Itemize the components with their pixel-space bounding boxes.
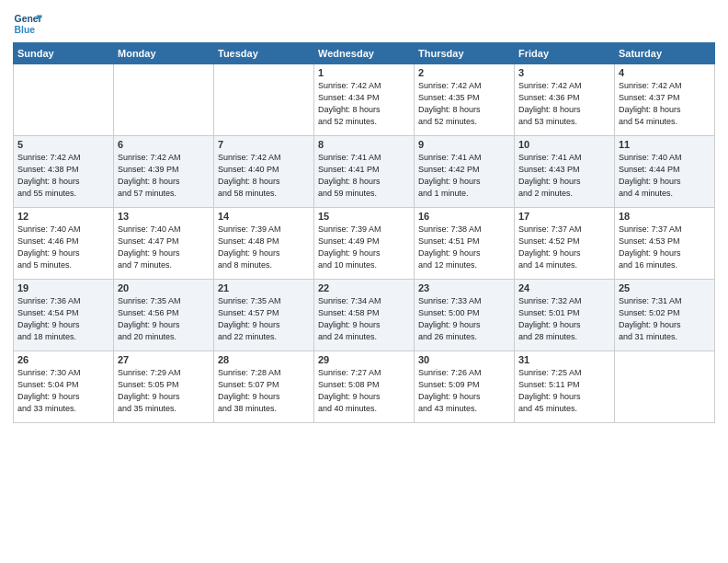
day-number: 9 bbox=[418, 139, 510, 150]
day-info: Sunrise: 7:26 AM Sunset: 5:09 PM Dayligh… bbox=[418, 367, 510, 415]
day-info: Sunrise: 7:42 AM Sunset: 4:38 PM Dayligh… bbox=[17, 152, 109, 200]
day-cell: 17Sunrise: 7:37 AM Sunset: 4:52 PM Dayli… bbox=[515, 208, 615, 280]
day-info: Sunrise: 7:28 AM Sunset: 5:07 PM Dayligh… bbox=[218, 367, 310, 415]
day-number: 29 bbox=[318, 354, 410, 365]
day-number: 14 bbox=[218, 211, 310, 222]
day-number: 6 bbox=[118, 139, 210, 150]
day-cell: 8Sunrise: 7:41 AM Sunset: 4:41 PM Daylig… bbox=[314, 136, 415, 208]
day-number: 27 bbox=[118, 354, 210, 365]
day-info: Sunrise: 7:30 AM Sunset: 5:04 PM Dayligh… bbox=[17, 367, 109, 415]
day-cell: 22Sunrise: 7:34 AM Sunset: 4:58 PM Dayli… bbox=[314, 280, 415, 351]
day-cell: 24Sunrise: 7:32 AM Sunset: 5:01 PM Dayli… bbox=[515, 280, 615, 351]
day-number: 10 bbox=[518, 139, 610, 150]
day-number: 11 bbox=[619, 139, 711, 150]
day-info: Sunrise: 7:41 AM Sunset: 4:42 PM Dayligh… bbox=[418, 152, 510, 200]
day-info: Sunrise: 7:40 AM Sunset: 4:44 PM Dayligh… bbox=[619, 152, 711, 200]
day-info: Sunrise: 7:38 AM Sunset: 4:51 PM Dayligh… bbox=[418, 224, 510, 271]
day-info: Sunrise: 7:27 AM Sunset: 5:08 PM Dayligh… bbox=[318, 367, 410, 415]
day-cell: 29Sunrise: 7:27 AM Sunset: 5:08 PM Dayli… bbox=[314, 351, 415, 423]
header: General Blue bbox=[13, 9, 715, 39]
day-info: Sunrise: 7:33 AM Sunset: 5:00 PM Dayligh… bbox=[418, 295, 510, 343]
day-info: Sunrise: 7:42 AM Sunset: 4:34 PM Dayligh… bbox=[318, 80, 410, 128]
day-number: 17 bbox=[518, 211, 610, 222]
logo-icon: General Blue bbox=[13, 9, 42, 39]
day-number: 1 bbox=[318, 67, 410, 78]
day-info: Sunrise: 7:40 AM Sunset: 4:46 PM Dayligh… bbox=[17, 224, 109, 271]
day-cell: 2Sunrise: 7:42 AM Sunset: 4:35 PM Daylig… bbox=[415, 64, 515, 136]
day-cell: 14Sunrise: 7:39 AM Sunset: 4:48 PM Dayli… bbox=[214, 208, 314, 280]
day-info: Sunrise: 7:42 AM Sunset: 4:40 PM Dayligh… bbox=[218, 152, 310, 200]
day-info: Sunrise: 7:36 AM Sunset: 4:54 PM Dayligh… bbox=[17, 295, 109, 343]
day-number: 26 bbox=[17, 354, 109, 365]
day-info: Sunrise: 7:39 AM Sunset: 4:49 PM Dayligh… bbox=[318, 224, 410, 271]
col-header-tuesday: Tuesday bbox=[214, 43, 314, 64]
day-cell: 11Sunrise: 7:40 AM Sunset: 4:44 PM Dayli… bbox=[615, 136, 715, 208]
day-info: Sunrise: 7:39 AM Sunset: 4:48 PM Dayligh… bbox=[218, 224, 310, 271]
day-info: Sunrise: 7:31 AM Sunset: 5:02 PM Dayligh… bbox=[619, 295, 711, 343]
col-header-thursday: Thursday bbox=[415, 43, 515, 64]
day-info: Sunrise: 7:29 AM Sunset: 5:05 PM Dayligh… bbox=[118, 367, 210, 415]
day-cell: 9Sunrise: 7:41 AM Sunset: 4:42 PM Daylig… bbox=[415, 136, 515, 208]
day-info: Sunrise: 7:42 AM Sunset: 4:39 PM Dayligh… bbox=[118, 152, 210, 200]
day-info: Sunrise: 7:32 AM Sunset: 5:01 PM Dayligh… bbox=[518, 295, 610, 343]
day-info: Sunrise: 7:37 AM Sunset: 4:53 PM Dayligh… bbox=[619, 224, 711, 271]
day-number: 16 bbox=[418, 211, 510, 222]
logo: General Blue bbox=[13, 9, 42, 39]
day-number: 19 bbox=[17, 282, 109, 293]
day-number: 13 bbox=[118, 211, 210, 222]
day-number: 15 bbox=[318, 211, 410, 222]
day-number: 7 bbox=[218, 139, 310, 150]
day-cell: 3Sunrise: 7:42 AM Sunset: 4:36 PM Daylig… bbox=[515, 64, 615, 136]
day-info: Sunrise: 7:42 AM Sunset: 4:35 PM Dayligh… bbox=[418, 80, 510, 128]
col-header-saturday: Saturday bbox=[615, 43, 715, 64]
day-number: 31 bbox=[518, 354, 610, 365]
week-row-5: 26Sunrise: 7:30 AM Sunset: 5:04 PM Dayli… bbox=[14, 351, 715, 423]
day-cell: 5Sunrise: 7:42 AM Sunset: 4:38 PM Daylig… bbox=[14, 136, 114, 208]
day-number: 20 bbox=[118, 282, 210, 293]
day-info: Sunrise: 7:42 AM Sunset: 4:37 PM Dayligh… bbox=[619, 80, 711, 128]
week-row-4: 19Sunrise: 7:36 AM Sunset: 4:54 PM Dayli… bbox=[14, 280, 715, 351]
header-row: SundayMondayTuesdayWednesdayThursdayFrid… bbox=[14, 43, 715, 64]
col-header-monday: Monday bbox=[114, 43, 214, 64]
day-cell bbox=[615, 351, 715, 423]
day-number: 30 bbox=[418, 354, 510, 365]
day-cell: 26Sunrise: 7:30 AM Sunset: 5:04 PM Dayli… bbox=[14, 351, 114, 423]
week-row-1: 1Sunrise: 7:42 AM Sunset: 4:34 PM Daylig… bbox=[14, 64, 715, 136]
day-number: 12 bbox=[17, 211, 109, 222]
day-cell: 15Sunrise: 7:39 AM Sunset: 4:49 PM Dayli… bbox=[314, 208, 415, 280]
day-number: 3 bbox=[518, 67, 610, 78]
day-number: 8 bbox=[318, 139, 410, 150]
day-info: Sunrise: 7:42 AM Sunset: 4:36 PM Dayligh… bbox=[518, 80, 610, 128]
svg-text:Blue: Blue bbox=[15, 25, 36, 35]
day-number: 21 bbox=[218, 282, 310, 293]
day-number: 28 bbox=[218, 354, 310, 365]
day-info: Sunrise: 7:34 AM Sunset: 4:58 PM Dayligh… bbox=[318, 295, 410, 343]
day-info: Sunrise: 7:41 AM Sunset: 4:43 PM Dayligh… bbox=[518, 152, 610, 200]
week-row-2: 5Sunrise: 7:42 AM Sunset: 4:38 PM Daylig… bbox=[14, 136, 715, 208]
day-cell: 10Sunrise: 7:41 AM Sunset: 4:43 PM Dayli… bbox=[515, 136, 615, 208]
day-number: 25 bbox=[619, 282, 711, 293]
day-cell: 13Sunrise: 7:40 AM Sunset: 4:47 PM Dayli… bbox=[114, 208, 214, 280]
day-info: Sunrise: 7:40 AM Sunset: 4:47 PM Dayligh… bbox=[118, 224, 210, 271]
day-cell: 20Sunrise: 7:35 AM Sunset: 4:56 PM Dayli… bbox=[114, 280, 214, 351]
day-number: 18 bbox=[619, 211, 711, 222]
day-cell: 30Sunrise: 7:26 AM Sunset: 5:09 PM Dayli… bbox=[415, 351, 515, 423]
day-cell bbox=[14, 64, 114, 136]
page-container: General Blue SundayMondayTuesdayWednesda… bbox=[0, 0, 728, 429]
day-cell: 25Sunrise: 7:31 AM Sunset: 5:02 PM Dayli… bbox=[615, 280, 715, 351]
day-cell: 12Sunrise: 7:40 AM Sunset: 4:46 PM Dayli… bbox=[14, 208, 114, 280]
day-cell: 19Sunrise: 7:36 AM Sunset: 4:54 PM Dayli… bbox=[14, 280, 114, 351]
day-cell: 31Sunrise: 7:25 AM Sunset: 5:11 PM Dayli… bbox=[515, 351, 615, 423]
day-number: 5 bbox=[17, 139, 109, 150]
day-info: Sunrise: 7:35 AM Sunset: 4:57 PM Dayligh… bbox=[218, 295, 310, 343]
day-info: Sunrise: 7:41 AM Sunset: 4:41 PM Dayligh… bbox=[318, 152, 410, 200]
day-cell bbox=[114, 64, 214, 136]
day-number: 2 bbox=[418, 67, 510, 78]
day-cell: 6Sunrise: 7:42 AM Sunset: 4:39 PM Daylig… bbox=[114, 136, 214, 208]
day-number: 22 bbox=[318, 282, 410, 293]
day-info: Sunrise: 7:37 AM Sunset: 4:52 PM Dayligh… bbox=[518, 224, 610, 271]
day-cell: 18Sunrise: 7:37 AM Sunset: 4:53 PM Dayli… bbox=[615, 208, 715, 280]
day-cell bbox=[214, 64, 314, 136]
day-number: 23 bbox=[418, 282, 510, 293]
day-cell: 4Sunrise: 7:42 AM Sunset: 4:37 PM Daylig… bbox=[615, 64, 715, 136]
